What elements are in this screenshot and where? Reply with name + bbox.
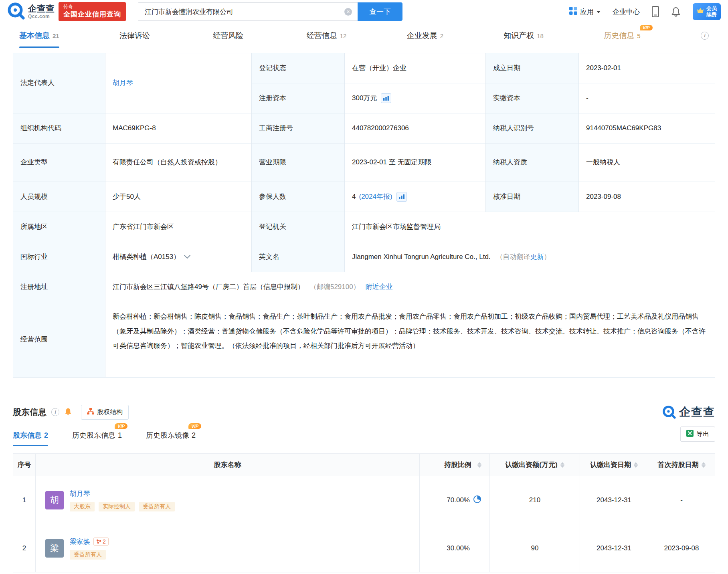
tag-actual-controller: 实际控制人 [99,502,135,511]
field-label: 国标行业 [13,242,105,272]
tab-shareholders-history[interactable]: VIP 历史股东信息1 [72,430,122,440]
tab-shareholders-mirror[interactable]: VIP 历史股东镜像2 [146,430,196,440]
field-label: 参保人数 [252,182,345,212]
slogan-badge: 传奇 全国企业信用查询 [59,2,126,21]
field-label: 企业类型 [13,144,105,182]
field-label: 经营范围 [13,302,105,378]
pie-chart-icon[interactable] [473,495,481,505]
establish-date-value: 2023-02-01 [579,53,715,83]
enterprise-center-link[interactable]: 企业中心 [613,7,640,16]
export-button[interactable]: 导出 [680,426,715,442]
equity-structure-button[interactable]: 股权结构 [81,405,129,420]
field-label: 英文名 [252,242,345,272]
monitor-bell-icon[interactable] [64,407,72,417]
tab-shareholders-current[interactable]: 股东信息2 [13,430,48,440]
biz-term-value: 2023-02-01 至 无固定期限 [345,144,486,182]
crown-icon [697,8,704,16]
reg-status-value: 在营（开业）企业 [345,53,486,83]
tab-legal-litigation[interactable]: 法律诉讼 [119,23,153,48]
biz-reg-no-value: 440782000276306 [345,113,486,144]
field-label: 实缴资本 [486,83,579,113]
relation-graph-link[interactable]: 2 [93,538,109,546]
field-label: 核准日期 [486,182,579,212]
shareholders-info-icon[interactable]: i [51,408,59,416]
field-label: 组织机构代码 [13,113,105,144]
taxpayer-quality-value: 一般纳税人 [579,144,715,182]
field-label: 成立日期 [486,53,579,83]
shareholders-table: 序号 股东名称 持股比例 认缴出资额(万元) 认缴出资日期 首次持股日期 1 胡… [13,453,715,572]
region-value: 广东省江门市新会区 [105,212,252,242]
col-header-subscribe-date[interactable]: 认缴出资日期 [580,454,648,476]
tag-beneficial-owner: 受益所有人 [70,550,106,560]
translate-update-link[interactable]: 更新 [530,253,544,261]
legal-rep-value: 胡月琴 [105,53,252,113]
tab-operation-risk[interactable]: 经营风险 [213,23,246,48]
apps-menu[interactable]: 应用 [569,7,601,17]
col-header-amount[interactable]: 认缴出资额(万元) [490,454,580,476]
mobile-app-icon[interactable] [652,6,659,17]
qcc-logo-icon [7,2,25,21]
sort-control [560,462,564,468]
paid-capital-value: - [579,83,715,113]
section-title: 股东信息 [13,406,47,418]
tab-business-info[interactable]: 经营信息12 [307,23,347,48]
capital-chart-icon[interactable] [381,93,391,103]
equity-structure-icon [87,408,94,416]
subscribe-date-cell: 2043-12-31 [580,524,648,572]
shareholder-name-link[interactable]: 梁家焕 [70,537,90,546]
vip-badge: VIP [188,423,201,429]
shareholder-name-link[interactable]: 胡月琴 [70,489,90,498]
amount-cell: 90 [490,524,580,572]
excel-icon [686,430,694,439]
field-label: 登记机关 [252,212,345,242]
tab-basic-info[interactable]: 基本信息21 [19,23,59,48]
postal-code: （邮编529100） [310,282,360,292]
basic-info-table: 法定代表人 胡月琴 登记状态 在营（开业）企业 成立日期 2023-02-01 … [13,53,715,378]
address-value: 江门市新会区三江镇八堡路49号（厂房二）首层（信息申报制） （邮编529100）… [105,272,715,302]
search-input[interactable] [138,2,358,21]
shareholder-row: 梁 梁家焕 2 受益所有人 [36,524,420,572]
notification-bell-icon[interactable] [671,6,681,17]
clear-search-icon[interactable]: × [344,8,352,16]
row-no: 2 [13,524,36,572]
field-label: 登记状态 [252,53,345,83]
reg-capital-value: 300万元 [345,83,486,113]
header-right-nav: 应用 企业中心 会员 续费 [569,3,721,20]
vip-badge: VIP [115,423,127,429]
shareholders-header: 股东信息 i 股权结构 企查查 [13,403,715,421]
field-label: 注册地址 [13,272,105,302]
staff-size-value: 少于50人 [105,182,252,212]
ratio-cell: 70.00% [420,476,490,524]
tab-intellectual-property[interactable]: 知识产权18 [504,23,544,48]
col-header-ratio[interactable]: 持股比例 [420,454,490,476]
apps-grid-icon [569,7,577,17]
reg-authority-value: 江门市新会区市场监督管理局 [345,212,715,242]
col-header-first-date[interactable]: 首次持股日期 [648,454,715,476]
company-tabs: 基本信息21 法律诉讼 经营风险 经营信息12 企业发展2 知识产权18 VIP… [0,23,728,48]
insured-value: 4 (2024年报) [345,182,486,212]
top-header: 企查查 Qcc.com 传奇 全国企业信用查询 × 查一下 应用 企业中心 [0,0,728,23]
brand-name: 企查查 [28,4,55,13]
slogan-main: 全国企业信用查询 [63,10,121,19]
vip-renew-button[interactable]: 会员 续费 [693,3,721,20]
shareholder-row: 胡 胡月琴 大股东 实际控制人 受益所有人 [36,476,420,524]
field-label: 工商注册号 [252,113,345,144]
field-label: 法定代表人 [13,53,105,113]
annual-report-link[interactable]: (2024年报) [359,192,392,202]
tab-company-development[interactable]: 企业发展2 [407,23,443,48]
tabs-info-icon[interactable]: i [701,32,709,40]
col-header-name: 股东名称 [36,454,420,476]
qcc-logo[interactable]: 企查查 Qcc.com [7,2,55,21]
col-header-no: 序号 [13,454,36,476]
industry-value: 柑橘类种植（A0153） [105,242,252,272]
chevron-down-icon [597,11,601,13]
legal-rep-link[interactable]: 胡月琴 [113,78,133,88]
field-label: 注册资本 [252,83,345,113]
industry-expand-icon[interactable] [184,255,190,259]
insured-chart-icon[interactable] [396,192,407,202]
taxpayer-id-value: 91440705MAC69KPG83 [579,113,715,144]
nearby-companies-link[interactable]: 附近企业 [366,282,393,292]
tab-history-info[interactable]: VIP 历史信息5 [604,23,640,48]
company-type-value: 有限责任公司（自然人投资或控股） [105,144,252,182]
search-button[interactable]: 查一下 [358,2,402,21]
